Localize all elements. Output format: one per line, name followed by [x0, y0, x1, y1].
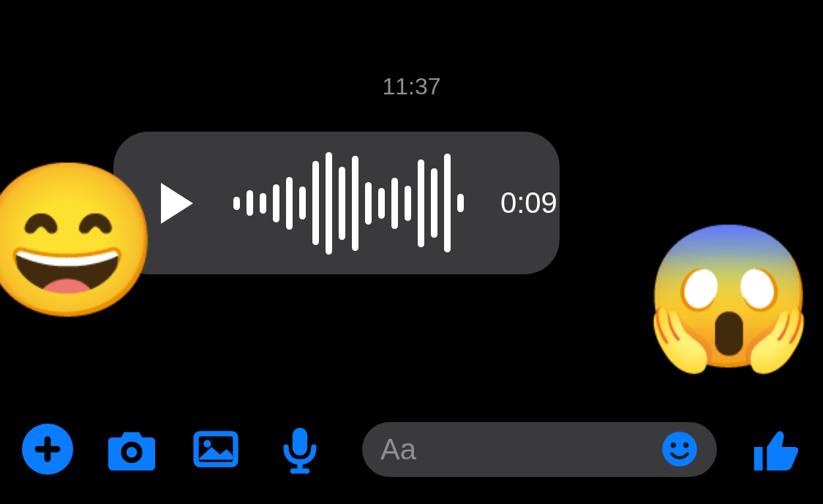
voice-record-button[interactable]: [274, 424, 326, 475]
waveform-bar: [391, 178, 398, 229]
waveform-bar: [352, 156, 358, 251]
svg-point-13: [683, 443, 689, 448]
waveform-bar: [312, 161, 319, 245]
waveform-bar: [431, 168, 437, 238]
waveform-bar: [286, 177, 293, 230]
add-button[interactable]: [22, 424, 73, 475]
waveform-bar: [457, 194, 464, 212]
composer-toolbar: Aa: [0, 420, 823, 478]
audio-waveform[interactable]: [233, 152, 464, 255]
svg-rect-8: [293, 428, 307, 456]
waveform-bar: [339, 167, 345, 240]
waveform-bar: [444, 154, 451, 252]
waveform-bar: [378, 188, 385, 219]
waveform-bar: [405, 186, 411, 221]
waveform-bar: [260, 193, 266, 214]
gallery-button[interactable]: [190, 424, 241, 475]
svg-point-4: [127, 447, 138, 458]
svg-point-11: [662, 432, 697, 467]
microphone-icon: [274, 424, 326, 475]
waveform-bar: [299, 187, 306, 219]
thumbs-up-icon: [750, 424, 801, 475]
svg-rect-2: [35, 446, 61, 453]
waveform-bar: [418, 159, 424, 247]
play-icon[interactable]: [161, 183, 193, 224]
svg-point-7: [203, 440, 211, 448]
camera-icon: [106, 424, 157, 475]
svg-point-12: [671, 443, 677, 448]
waveform-bar: [273, 184, 279, 222]
emoji-picker-icon[interactable]: [661, 430, 699, 468]
camera-button[interactable]: [106, 424, 157, 475]
message-timestamp: 11:37: [0, 73, 823, 100]
message-input[interactable]: Aa: [362, 422, 717, 477]
like-button[interactable]: [750, 424, 801, 475]
waveform-bar: [326, 152, 332, 255]
waveform-bar: [233, 197, 240, 210]
image-icon: [190, 424, 241, 475]
voice-message-bubble[interactable]: 0:09: [113, 132, 560, 274]
svg-rect-10: [290, 468, 309, 473]
input-placeholder: Aa: [380, 433, 661, 466]
voice-duration: 0:09: [500, 187, 557, 219]
waveform-bar: [365, 182, 372, 225]
grinning-face-emoji-sticker[interactable]: 😄: [0, 165, 162, 315]
plus-circle-icon: [22, 424, 73, 475]
waveform-bar: [247, 190, 253, 216]
scream-face-emoji-sticker[interactable]: 😱: [642, 227, 816, 366]
